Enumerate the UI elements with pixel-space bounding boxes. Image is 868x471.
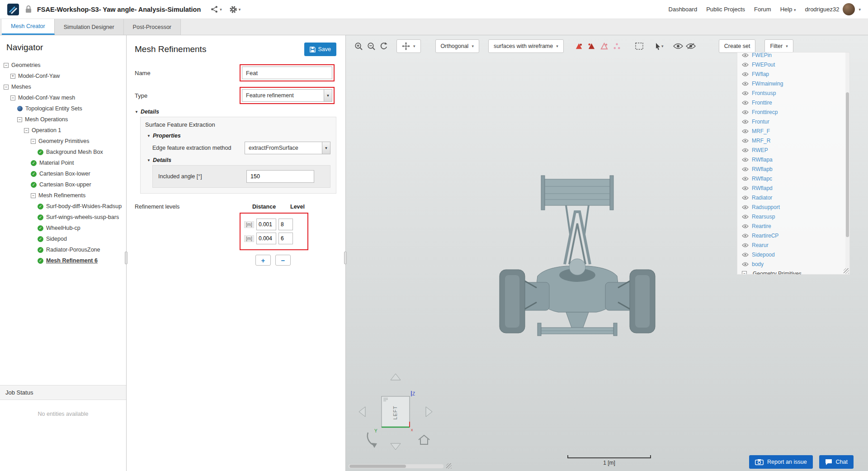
entity-group-geometry-primitives[interactable]: −Geometry Primitives: [737, 269, 849, 275]
tree-item[interactable]: −Geometries: [0, 60, 126, 71]
orientation-widget[interactable]: LEFT Z Y x: [353, 371, 439, 452]
panel-resize-grip[interactable]: [844, 268, 849, 274]
car-model-render[interactable]: [473, 174, 681, 337]
chat-button[interactable]: Chat: [819, 455, 854, 469]
app-logo-icon[interactable]: [7, 4, 19, 15]
name-input[interactable]: [242, 67, 332, 79]
create-set-button[interactable]: Create set: [719, 39, 756, 53]
tree-item[interactable]: ✓Surf-body-diff-Wsides-Radsup: [0, 201, 126, 212]
entity-row[interactable]: Radiator: [737, 193, 849, 202]
tree-item[interactable]: ✓WheelHub-cp: [0, 223, 126, 233]
tree-item[interactable]: ✓Background Mesh Box: [0, 147, 126, 157]
pick-edges-icon[interactable]: [600, 42, 609, 51]
collapse-icon[interactable]: −: [31, 193, 36, 198]
tree-item[interactable]: ✓Cartesian Box-lower: [0, 168, 126, 179]
level-input-1[interactable]: [278, 219, 293, 230]
distance-input-1[interactable]: [256, 219, 276, 230]
scrollbar-thumb[interactable]: [349, 465, 406, 468]
tree-item[interactable]: ✓Sidepod: [0, 233, 126, 244]
pick-volumes-icon[interactable]: [575, 42, 583, 51]
details-toggle[interactable]: ▼ Details: [135, 109, 337, 115]
sfe-details-toggle[interactable]: ▼ Details: [147, 157, 331, 163]
settings-menu-button[interactable]: ▾: [229, 5, 241, 14]
entity-row[interactable]: FWEPin: [737, 52, 849, 60]
type-select[interactable]: Feature refinement ▼: [242, 89, 332, 102]
filter-dropdown[interactable]: Filter ▾: [764, 39, 793, 53]
entity-row[interactable]: RWflapb: [737, 164, 849, 174]
entity-row[interactable]: MRF_R: [737, 136, 849, 145]
tree-item[interactable]: ✓Radiator-PorousZone: [0, 244, 126, 255]
entity-row[interactable]: Frontsusp: [737, 88, 849, 98]
tree-item[interactable]: ✓Cartesian Box-upper: [0, 179, 126, 190]
entity-row[interactable]: RWflapa: [737, 155, 849, 164]
edge-method-select[interactable]: extractFromSurface ▼: [245, 142, 330, 154]
resize-grip[interactable]: [446, 463, 452, 469]
entity-row[interactable]: RWflapc: [737, 174, 849, 183]
entity-row[interactable]: Frontur: [737, 117, 849, 126]
zoom-in-button[interactable]: [352, 40, 365, 52]
add-refinement-row-button[interactable]: +: [255, 255, 271, 266]
tree-item[interactable]: ✓Mesh Refinement 6: [0, 255, 126, 266]
move-tool-dropdown[interactable]: ▾: [396, 39, 421, 53]
collapse-icon[interactable]: −: [24, 128, 29, 133]
pick-faces-icon[interactable]: [587, 42, 596, 51]
tree-item[interactable]: +Model-Conf-Yaw: [0, 71, 126, 81]
entity-row[interactable]: Radsupport: [737, 202, 849, 212]
reset-view-button[interactable]: [377, 40, 390, 52]
entity-row[interactable]: Rearur: [737, 240, 849, 250]
level-input-2[interactable]: [278, 233, 293, 244]
entity-row[interactable]: FWEPout: [737, 60, 849, 69]
show-hidden-button[interactable]: [672, 40, 684, 52]
tree-item[interactable]: −Meshes: [0, 81, 126, 92]
user-menu[interactable]: drodriguez32 ▾: [805, 3, 861, 15]
collapse-icon[interactable]: −: [10, 95, 15, 100]
collapse-icon[interactable]: −: [4, 85, 9, 90]
nav-dashboard-link[interactable]: Dashboard: [669, 6, 698, 13]
save-button[interactable]: Save: [304, 43, 337, 56]
tree-item[interactable]: −Model-Conf-Yaw mesh: [0, 92, 126, 103]
horizontal-scrollbar[interactable]: [349, 464, 443, 468]
tree-item[interactable]: −Mesh Refinements: [0, 190, 126, 201]
entity-row[interactable]: Rearsusp: [737, 212, 849, 221]
entity-row[interactable]: Fronttirecp: [737, 107, 849, 117]
projection-dropdown[interactable]: Orthogonal ▾: [435, 39, 479, 53]
nav-public-projects-link[interactable]: Public Projects: [706, 6, 745, 13]
tree-item[interactable]: Topological Entity Sets: [0, 103, 126, 114]
tree-item[interactable]: ✓Material Point: [0, 157, 126, 168]
hide-selection-button[interactable]: [684, 40, 697, 52]
entity-row[interactable]: FWmainwing: [737, 79, 849, 88]
scrollbar-thumb[interactable]: [846, 92, 849, 237]
entity-row[interactable]: Reartire: [737, 221, 849, 231]
collapse-icon[interactable]: −: [31, 139, 36, 144]
zoom-out-button[interactable]: [365, 40, 377, 52]
properties-toggle[interactable]: ▼ Properties: [147, 133, 331, 139]
entity-row[interactable]: RWflapd: [737, 183, 849, 193]
report-issue-button[interactable]: Report an issue: [749, 455, 813, 469]
job-status-header[interactable]: Job Status: [0, 385, 126, 400]
remove-refinement-row-button[interactable]: −: [275, 255, 291, 266]
distance-input-2[interactable]: [256, 233, 276, 244]
included-angle-input[interactable]: [246, 170, 314, 183]
collapse-icon[interactable]: −: [4, 63, 9, 68]
expand-icon[interactable]: +: [10, 74, 15, 79]
tab-simulation-designer[interactable]: Simulation Designer: [55, 19, 124, 35]
panel-resize-handle[interactable]: [344, 252, 347, 264]
entity-row[interactable]: Fronttire: [737, 98, 849, 107]
panel-resize-handle[interactable]: [125, 252, 127, 264]
pick-vertices-icon[interactable]: [613, 42, 621, 51]
tab-post-processor[interactable]: Post-Processor: [124, 19, 181, 35]
entity-list-scrollbar[interactable]: [845, 52, 849, 274]
collapse-icon[interactable]: −: [17, 117, 22, 122]
nav-forum-link[interactable]: Forum: [754, 6, 771, 13]
entity-row[interactable]: FWflap: [737, 69, 849, 79]
collapse-icon[interactable]: −: [742, 271, 747, 275]
tab-mesh-creator[interactable]: Mesh Creator: [2, 19, 55, 35]
tree-item[interactable]: −Operation 1: [0, 125, 126, 136]
entity-row[interactable]: RWEP: [737, 145, 849, 155]
nav-help-menu[interactable]: Help ▾: [780, 6, 796, 13]
tree-item[interactable]: ✓Surf-wings-wheels-susp-bars: [0, 212, 126, 223]
tree-item[interactable]: −Geometry Primitives: [0, 136, 126, 147]
tree-item[interactable]: −Mesh Operations: [0, 114, 126, 125]
entity-row[interactable]: ReartireCP: [737, 231, 849, 240]
entity-row[interactable]: Sidepood: [737, 250, 849, 259]
